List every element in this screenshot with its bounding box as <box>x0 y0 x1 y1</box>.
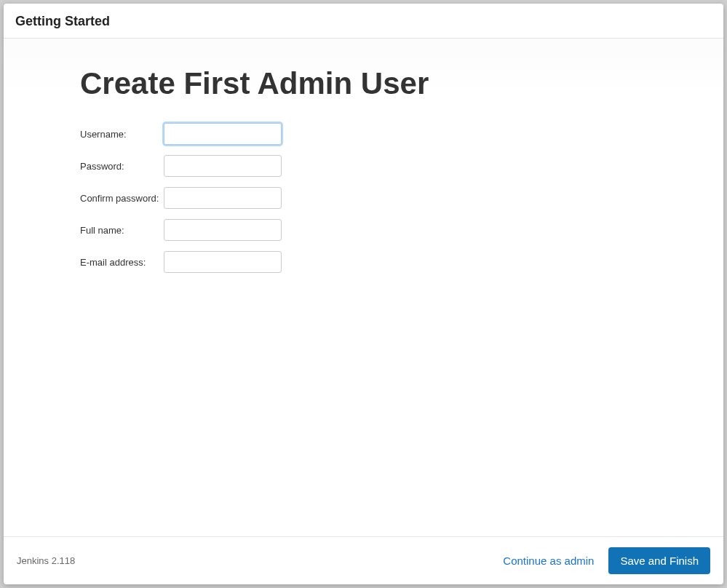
password-label: Password: <box>80 161 164 172</box>
username-label: Username: <box>80 129 164 140</box>
email-label: E-mail address: <box>80 257 164 268</box>
confirm-password-input[interactable] <box>164 187 282 209</box>
setup-wizard-modal: Getting Started Create First Admin User … <box>4 4 723 584</box>
page-title: Create First Admin User <box>80 66 647 101</box>
form-row-confirm-password: Confirm password: <box>80 187 647 209</box>
modal-body: Create First Admin User Username: Passwo… <box>4 39 723 536</box>
version-label: Jenkins 2.118 <box>17 555 75 566</box>
full-name-label: Full name: <box>80 225 164 236</box>
form-row-full-name: Full name: <box>80 219 647 241</box>
form-row-email: E-mail address: <box>80 251 647 273</box>
confirm-password-label: Confirm password: <box>80 193 164 204</box>
modal-header: Getting Started <box>4 4 723 39</box>
modal-footer: Jenkins 2.118 Continue as admin Save and… <box>4 536 723 584</box>
form-row-username: Username: <box>80 123 647 145</box>
modal-title: Getting Started <box>15 14 712 29</box>
footer-actions: Continue as admin Save and Finish <box>500 547 710 574</box>
save-and-finish-button[interactable]: Save and Finish <box>608 547 710 574</box>
form-row-password: Password: <box>80 155 647 177</box>
password-input[interactable] <box>164 155 282 177</box>
continue-as-admin-button[interactable]: Continue as admin <box>500 550 597 571</box>
full-name-input[interactable] <box>164 219 282 241</box>
email-input[interactable] <box>164 251 282 273</box>
username-input[interactable] <box>164 123 282 145</box>
